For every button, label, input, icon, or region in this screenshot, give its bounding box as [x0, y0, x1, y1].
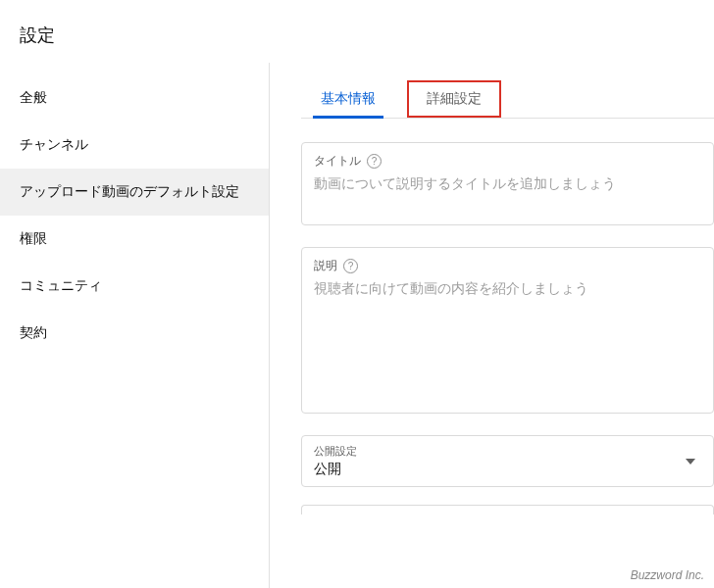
description-field[interactable]: 説明 ?	[301, 247, 714, 414]
description-input[interactable]	[314, 280, 701, 374]
title-label: タイトル	[314, 153, 361, 170]
settings-sidebar: 全般 チャンネル アップロード動画のデフォルト設定 権限 コミュニティ 契約	[0, 63, 270, 588]
title-input[interactable]	[314, 175, 701, 207]
title-field[interactable]: タイトル ?	[301, 142, 714, 225]
page-title: 設定	[20, 24, 694, 47]
sidebar-item-label: チャンネル	[20, 136, 88, 152]
visibility-inner: 公開設定 公開	[314, 444, 357, 478]
sidebar-item-community[interactable]: コミュニティ	[0, 263, 269, 310]
title-label-row: タイトル ?	[314, 153, 701, 170]
tab-label: 基本情報	[321, 90, 376, 106]
sidebar-item-label: 全般	[20, 89, 47, 105]
main-panel: 基本情報 詳細設定 タイトル ? 説明 ?	[270, 63, 714, 588]
sidebar-item-channel[interactable]: チャンネル	[0, 122, 269, 169]
sidebar-item-label: アップロード動画のデフォルト設定	[20, 183, 239, 199]
tab-basic-info[interactable]: 基本情報	[301, 80, 395, 118]
tab-label: 詳細設定	[427, 90, 482, 106]
description-label-row: 説明 ?	[314, 258, 701, 274]
sidebar-item-label: 契約	[20, 324, 47, 340]
sidebar-item-upload-defaults[interactable]: アップロード動画のデフォルト設定	[0, 169, 269, 216]
tab-advanced-settings[interactable]: 詳細設定	[407, 80, 501, 118]
sidebar-item-general[interactable]: 全般	[0, 74, 269, 122]
sidebar-item-label: 権限	[20, 230, 47, 246]
tabs: 基本情報 詳細設定	[301, 80, 714, 119]
settings-header: 設定	[0, 0, 714, 63]
main-container: 全般 チャンネル アップロード動画のデフォルト設定 権限 コミュニティ 契約 基…	[0, 63, 714, 588]
help-icon[interactable]: ?	[367, 154, 382, 169]
sidebar-item-label: コミュニティ	[20, 277, 102, 293]
help-icon[interactable]: ?	[343, 259, 358, 273]
watermark: Buzzword Inc.	[631, 568, 704, 582]
sidebar-item-agreements[interactable]: 契約	[0, 310, 269, 357]
visibility-label: 公開設定	[314, 444, 357, 459]
description-label: 説明	[314, 258, 337, 274]
next-field-partial	[301, 505, 714, 514]
sidebar-item-permissions[interactable]: 権限	[0, 216, 269, 263]
form-area: タイトル ? 説明 ? 公開設定 公開	[301, 119, 714, 514]
chevron-down-icon	[686, 459, 695, 465]
visibility-value: 公開	[314, 461, 357, 478]
visibility-select[interactable]: 公開設定 公開	[301, 435, 714, 487]
